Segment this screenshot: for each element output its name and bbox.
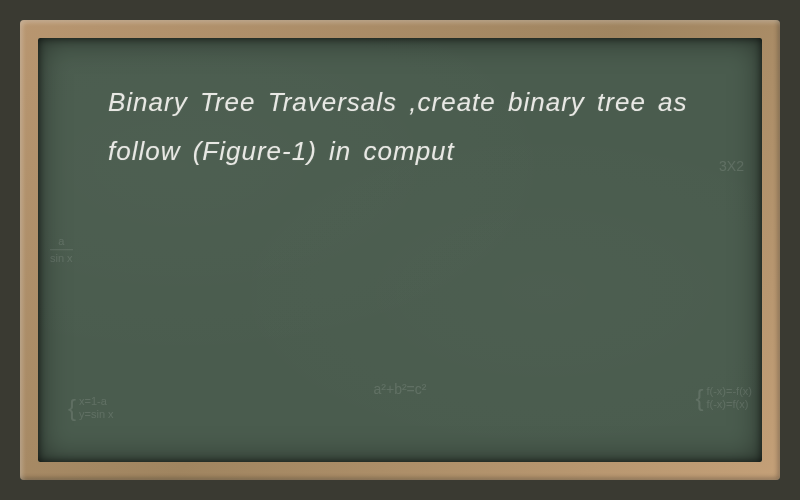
watermark-right-top: 3X2 (719, 158, 744, 174)
watermark-bottom-left: { x=1-a y=sin x (68, 395, 114, 423)
watermark-right-bottom: { f(-x)=-f(x) f(-x)=f(x) (695, 385, 752, 413)
watermark-pythagorean: a²+b²=c² (374, 381, 427, 397)
equation-line-2: y=sin x (79, 408, 114, 422)
fraction-numerator: a (50, 234, 73, 250)
brace-icon: { (695, 390, 703, 407)
function-line-1: f(-x)=-f(x) (706, 385, 752, 399)
fraction-denominator: sin x (50, 253, 73, 265)
chalkboard: Binary Tree Traversals ,create binary tr… (38, 38, 762, 462)
brace-icon: { (68, 400, 76, 417)
watermark-fraction: a sin x (50, 234, 73, 266)
main-question-text: Binary Tree Traversals ,create binary tr… (108, 78, 712, 177)
chalkboard-frame: Binary Tree Traversals ,create binary tr… (20, 20, 780, 480)
function-line-2: f(-x)=f(x) (706, 398, 752, 412)
equation-line-1: x=1-a (79, 395, 114, 409)
